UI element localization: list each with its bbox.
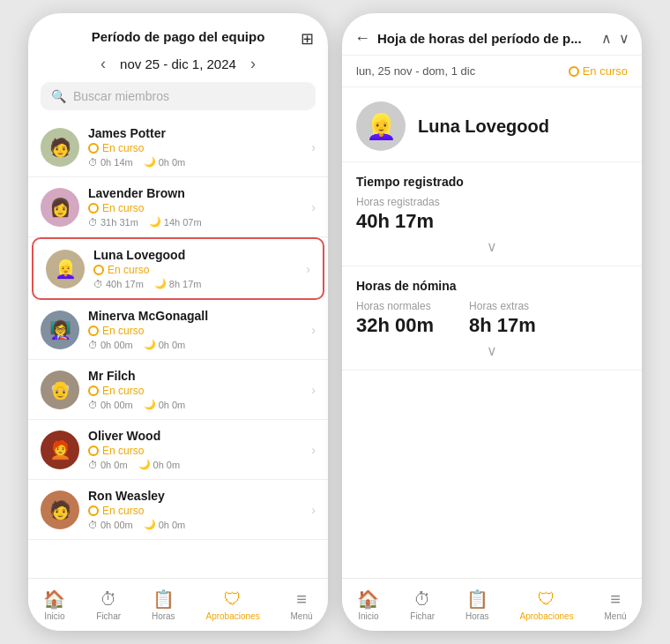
time-clock-item: ⏱ 0h 00m bbox=[88, 400, 133, 410]
clock-icon: ⏱ bbox=[88, 520, 98, 530]
left-nav-item-inicio[interactable]: 🏠Inicio bbox=[43, 588, 65, 621]
back-button[interactable]: ← bbox=[354, 29, 370, 48]
nav-label: Fichar bbox=[96, 611, 121, 621]
member-item[interactable]: 👩Lavender BrownEn curso⏱ 31h 31m🌙 14h 07… bbox=[28, 177, 328, 237]
date-status-row: lun, 25 nov - dom, 1 dic En curso bbox=[342, 56, 642, 87]
clock-icon: ⏱ bbox=[88, 400, 98, 410]
chevron-right-icon: › bbox=[311, 200, 316, 214]
horas-normales-col: Horas normales 32h 00m bbox=[356, 300, 434, 337]
chevron-right-icon: › bbox=[311, 443, 316, 457]
right-nav-item-menú[interactable]: ≡Menú bbox=[605, 589, 627, 621]
member-name: Mr Filch bbox=[88, 369, 308, 383]
member-avatar: 👩‍🏫 bbox=[41, 311, 79, 349]
status-dot-icon bbox=[88, 143, 99, 154]
member-item[interactable]: 🧔Sirius BlackEn curso› bbox=[28, 540, 328, 544]
status-badge-dot bbox=[569, 66, 579, 77]
left-nav-item-menú[interactable]: ≡Menú bbox=[291, 589, 313, 621]
time-clock-item: ⏱ 0h 00m bbox=[88, 340, 133, 350]
tiempo-registrado-section: Tiempo registrado Horas registradas 40h … bbox=[342, 162, 642, 266]
left-phone: Período de pago del equipo ⊞ ‹ nov 25 - … bbox=[28, 13, 328, 631]
clock-icon: ⏱ bbox=[88, 217, 98, 228]
status-dot-icon bbox=[88, 446, 99, 456]
date-next-button[interactable]: › bbox=[250, 55, 256, 73]
left-nav-item-aprobaciones[interactable]: 🛡Aprobaciones bbox=[205, 589, 259, 621]
right-header: ← Hoja de horas del período de p... ∧ ∨ bbox=[342, 13, 642, 56]
horas-extras-label: Horas extras bbox=[469, 300, 536, 312]
right-header-title: Hoja de horas del período de p... bbox=[377, 31, 594, 46]
time-clock-item: ⏱ 0h 14m bbox=[88, 157, 133, 168]
nav-label: Aprobaciones bbox=[205, 611, 259, 621]
right-date-range: lun, 25 nov - dom, 1 dic bbox=[356, 64, 475, 78]
time-row: ⏱ 0h 0m🌙 0h 0m bbox=[88, 459, 308, 470]
moon-icon: 🌙 bbox=[144, 156, 156, 168]
left-nav-item-fichar[interactable]: ⏱Fichar bbox=[96, 589, 121, 621]
member-avatar: 🧑‍🦰 bbox=[41, 431, 79, 469]
expand-tiempo-icon[interactable]: ∨ bbox=[487, 238, 497, 255]
chevron-right-icon: › bbox=[306, 262, 310, 276]
nomina-row: Horas normales 32h 00m Horas extras 8h 1… bbox=[356, 300, 628, 337]
nav-label: Menú bbox=[291, 611, 313, 621]
status-text: En curso bbox=[102, 325, 144, 337]
search-bar[interactable]: 🔍 Buscar miembros bbox=[41, 82, 316, 110]
member-name: Ron Weasley bbox=[88, 489, 308, 503]
nav-icon: 🏠 bbox=[43, 588, 65, 610]
left-header: Período de pago del equipo ⊞ bbox=[28, 13, 328, 51]
nav-label: Aprobaciones bbox=[519, 611, 573, 621]
moon-icon: 🌙 bbox=[149, 216, 161, 228]
member-name: Luna Lovegood bbox=[93, 248, 302, 262]
hours-registered-value: 40h 17m bbox=[356, 210, 628, 233]
right-phone: ← Hoja de horas del período de p... ∧ ∨ … bbox=[342, 13, 642, 631]
member-item[interactable]: 🧑James PotterEn curso⏱ 0h 14m🌙 0h 0m› bbox=[28, 117, 328, 177]
chevron-right-icon: › bbox=[311, 383, 316, 397]
member-list: 🧑James PotterEn curso⏱ 0h 14m🌙 0h 0m›👩La… bbox=[28, 117, 328, 544]
member-item[interactable]: 👩‍🏫Minerva McGonagallEn curso⏱ 0h 00m🌙 0… bbox=[28, 300, 328, 360]
right-nav-item-inicio[interactable]: 🏠Inicio bbox=[357, 588, 379, 621]
member-item[interactable]: 👴Mr FilchEn curso⏱ 0h 00m🌙 0h 0m› bbox=[28, 360, 328, 420]
moon-icon: 🌙 bbox=[138, 459, 151, 470]
right-nav-item-aprobaciones[interactable]: 🛡Aprobaciones bbox=[519, 589, 573, 621]
right-nav-item-horas[interactable]: 📋Horas bbox=[465, 588, 489, 621]
member-name: Oliver Wood bbox=[88, 429, 308, 443]
time-clock-item: ⏱ 40h 17m bbox=[93, 279, 144, 289]
member-info: Ron WeasleyEn curso⏱ 0h 00m🌙 0h 0m bbox=[88, 489, 308, 530]
down-button[interactable]: ∨ bbox=[619, 30, 629, 47]
moon-icon: 🌙 bbox=[144, 519, 156, 530]
horas-nomina-section: Horas de nómina Horas normales 32h 00m H… bbox=[342, 266, 642, 371]
member-info: Luna LovegoodEn curso⏱ 40h 17m🌙 8h 17m bbox=[93, 248, 302, 289]
nav-icon: ⏱ bbox=[100, 589, 117, 610]
chevron-right-icon: › bbox=[311, 323, 316, 337]
time-row: ⏱ 31h 31m🌙 14h 07m bbox=[88, 216, 308, 228]
clock-icon: ⏱ bbox=[93, 279, 103, 289]
status-dot-icon bbox=[88, 203, 99, 213]
status-dot-icon bbox=[88, 326, 99, 336]
status-row: En curso bbox=[88, 385, 308, 397]
nav-icon: 🏠 bbox=[357, 588, 379, 610]
chevron-right-icon: › bbox=[311, 503, 316, 517]
clock-icon: ⏱ bbox=[88, 340, 98, 350]
status-row: En curso bbox=[88, 142, 308, 154]
member-item[interactable]: 👱‍♀️Luna LovegoodEn curso⏱ 40h 17m🌙 8h 1… bbox=[32, 237, 324, 300]
right-nav-item-fichar[interactable]: ⏱Fichar bbox=[410, 589, 435, 621]
nav-label: Horas bbox=[465, 611, 489, 621]
time-clock-item: ⏱ 0h 00m bbox=[88, 520, 133, 530]
filter-icon[interactable]: ⊞ bbox=[301, 29, 314, 49]
time-row: ⏱ 0h 14m🌙 0h 0m bbox=[88, 156, 308, 168]
chevron-right-icon: › bbox=[311, 140, 316, 154]
status-badge: En curso bbox=[569, 64, 628, 78]
member-name: James Potter bbox=[88, 126, 308, 140]
profile-section: 👱‍♀️ Luna Lovegood bbox=[342, 87, 642, 162]
nav-label: Fichar bbox=[410, 611, 435, 621]
member-item[interactable]: 🧑Ron WeasleyEn curso⏱ 0h 00m🌙 0h 0m› bbox=[28, 480, 328, 540]
nav-icon: ⏱ bbox=[413, 589, 431, 610]
member-item[interactable]: 🧑‍🦰Oliver WoodEn curso⏱ 0h 0m🌙 0h 0m› bbox=[28, 420, 328, 480]
time-row: ⏱ 0h 00m🌙 0h 0m bbox=[88, 339, 308, 350]
up-button[interactable]: ∧ bbox=[601, 30, 612, 47]
expand-nomina-icon[interactable]: ∨ bbox=[487, 342, 497, 359]
profile-avatar: 👱‍♀️ bbox=[356, 101, 406, 151]
date-prev-button[interactable]: ‹ bbox=[100, 55, 106, 73]
status-badge-text: En curso bbox=[583, 64, 628, 78]
member-avatar: 👱‍♀️ bbox=[46, 250, 85, 288]
status-dot-icon bbox=[88, 505, 99, 516]
time-row: ⏱ 40h 17m🌙 8h 17m bbox=[93, 278, 302, 289]
left-nav-item-horas[interactable]: 📋Horas bbox=[152, 588, 175, 621]
